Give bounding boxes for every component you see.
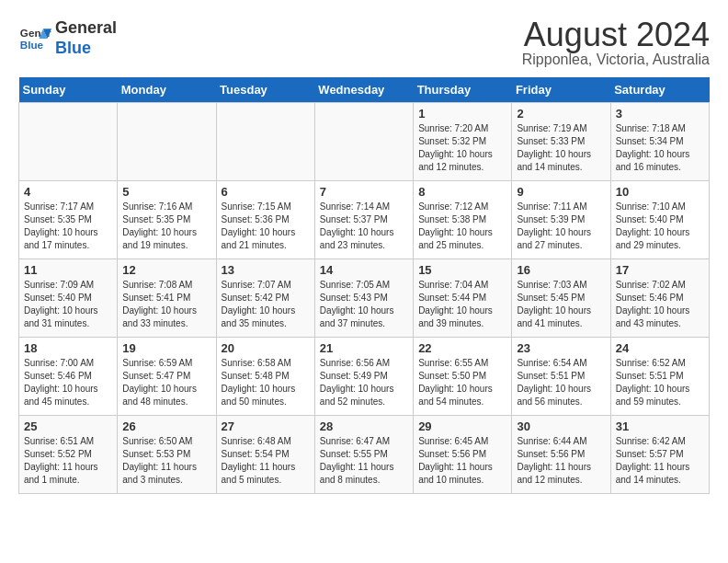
- day-number: 16: [517, 263, 605, 277]
- day-number: 31: [616, 419, 704, 433]
- day-number: 2: [517, 107, 605, 121]
- calendar-cell: 12Sunrise: 7:08 AM Sunset: 5:41 PM Dayli…: [118, 259, 216, 338]
- calendar-cell: 15Sunrise: 7:04 AM Sunset: 5:44 PM Dayli…: [414, 259, 512, 338]
- day-info: Sunrise: 7:09 AM Sunset: 5:40 PM Dayligh…: [24, 279, 112, 330]
- day-info: Sunrise: 7:08 AM Sunset: 5:41 PM Dayligh…: [122, 279, 210, 330]
- header-friday: Friday: [512, 77, 610, 103]
- day-number: 21: [320, 341, 408, 355]
- calendar-week-4: 18Sunrise: 7:00 AM Sunset: 5:46 PM Dayli…: [19, 338, 710, 416]
- day-info: Sunrise: 7:04 AM Sunset: 5:44 PM Dayligh…: [418, 279, 506, 330]
- calendar-cell: 10Sunrise: 7:10 AM Sunset: 5:40 PM Dayli…: [610, 181, 709, 259]
- day-info: Sunrise: 6:47 AM Sunset: 5:55 PM Dayligh…: [320, 435, 408, 487]
- calendar-cell: 1Sunrise: 7:20 AM Sunset: 5:32 PM Daylig…: [414, 103, 512, 181]
- day-number: 28: [320, 419, 408, 433]
- day-number: 26: [122, 419, 210, 433]
- day-number: 17: [616, 263, 704, 277]
- day-info: Sunrise: 7:02 AM Sunset: 5:46 PM Dayligh…: [616, 279, 704, 330]
- day-number: 27: [222, 419, 310, 433]
- svg-text:Blue: Blue: [20, 38, 44, 50]
- calendar-table: SundayMondayTuesdayWednesdayThursdayFrid…: [18, 77, 710, 494]
- title-area: August 2024 Ripponlea, Victoria, Austral…: [522, 18, 710, 68]
- calendar-cell: 26Sunrise: 6:50 AM Sunset: 5:53 PM Dayli…: [118, 416, 216, 494]
- day-info: Sunrise: 6:42 AM Sunset: 5:57 PM Dayligh…: [616, 435, 704, 487]
- day-info: Sunrise: 7:05 AM Sunset: 5:43 PM Dayligh…: [320, 279, 408, 330]
- day-info: Sunrise: 7:10 AM Sunset: 5:40 PM Dayligh…: [616, 201, 704, 252]
- calendar-cell: 25Sunrise: 6:51 AM Sunset: 5:52 PM Dayli…: [19, 416, 118, 494]
- day-info: Sunrise: 6:48 AM Sunset: 5:54 PM Dayligh…: [222, 435, 310, 487]
- calendar-cell: 11Sunrise: 7:09 AM Sunset: 5:40 PM Dayli…: [19, 259, 118, 338]
- day-info: Sunrise: 7:16 AM Sunset: 5:35 PM Dayligh…: [122, 201, 210, 252]
- day-info: Sunrise: 6:58 AM Sunset: 5:48 PM Dayligh…: [222, 357, 310, 408]
- page-subtitle: Ripponlea, Victoria, Australia: [522, 52, 710, 68]
- day-number: 23: [517, 341, 605, 355]
- day-number: 4: [24, 185, 112, 199]
- day-number: 1: [418, 107, 506, 121]
- day-info: Sunrise: 6:59 AM Sunset: 5:47 PM Dayligh…: [122, 357, 210, 408]
- calendar-cell: 5Sunrise: 7:16 AM Sunset: 5:35 PM Daylig…: [118, 181, 216, 259]
- day-number: 29: [418, 419, 506, 433]
- calendar-cell: 27Sunrise: 6:48 AM Sunset: 5:54 PM Dayli…: [216, 416, 314, 494]
- calendar-cell: 8Sunrise: 7:12 AM Sunset: 5:38 PM Daylig…: [414, 181, 512, 259]
- day-number: 30: [517, 419, 605, 433]
- header-wednesday: Wednesday: [314, 77, 413, 103]
- header-saturday: Saturday: [610, 77, 709, 103]
- day-info: Sunrise: 7:12 AM Sunset: 5:38 PM Dayligh…: [418, 201, 506, 252]
- calendar-cell: 23Sunrise: 6:54 AM Sunset: 5:51 PM Dayli…: [512, 338, 610, 416]
- calendar-cell: [314, 103, 413, 181]
- calendar-cell: 13Sunrise: 7:07 AM Sunset: 5:42 PM Dayli…: [216, 259, 314, 338]
- calendar-week-2: 4Sunrise: 7:17 AM Sunset: 5:35 PM Daylig…: [19, 181, 710, 259]
- day-info: Sunrise: 7:17 AM Sunset: 5:35 PM Dayligh…: [24, 201, 112, 252]
- calendar-cell: 28Sunrise: 6:47 AM Sunset: 5:55 PM Dayli…: [314, 416, 413, 494]
- day-number: 25: [24, 419, 112, 433]
- calendar-cell: 2Sunrise: 7:19 AM Sunset: 5:33 PM Daylig…: [512, 103, 610, 181]
- day-number: 8: [418, 185, 506, 199]
- day-info: Sunrise: 7:00 AM Sunset: 5:46 PM Dayligh…: [24, 357, 112, 408]
- logo-line2: Blue: [55, 39, 117, 59]
- day-info: Sunrise: 7:14 AM Sunset: 5:37 PM Dayligh…: [320, 201, 408, 252]
- day-number: 7: [320, 185, 408, 199]
- calendar-cell: 6Sunrise: 7:15 AM Sunset: 5:36 PM Daylig…: [216, 181, 314, 259]
- logo-icon: General Blue: [18, 22, 51, 55]
- day-info: Sunrise: 6:54 AM Sunset: 5:51 PM Dayligh…: [517, 357, 605, 408]
- logo-line1: General: [55, 18, 117, 39]
- calendar-cell: 29Sunrise: 6:45 AM Sunset: 5:56 PM Dayli…: [414, 416, 512, 494]
- calendar-cell: 31Sunrise: 6:42 AM Sunset: 5:57 PM Dayli…: [610, 416, 709, 494]
- day-number: 13: [222, 263, 310, 277]
- calendar-cell: [118, 103, 216, 181]
- day-info: Sunrise: 7:15 AM Sunset: 5:36 PM Dayligh…: [222, 201, 310, 252]
- calendar-cell: 4Sunrise: 7:17 AM Sunset: 5:35 PM Daylig…: [19, 181, 118, 259]
- calendar-cell: 3Sunrise: 7:18 AM Sunset: 5:34 PM Daylig…: [610, 103, 709, 181]
- calendar-week-5: 25Sunrise: 6:51 AM Sunset: 5:52 PM Dayli…: [19, 416, 710, 494]
- day-info: Sunrise: 7:20 AM Sunset: 5:32 PM Dayligh…: [418, 122, 506, 174]
- day-number: 10: [616, 185, 704, 199]
- day-number: 18: [24, 341, 112, 355]
- day-info: Sunrise: 7:11 AM Sunset: 5:39 PM Dayligh…: [517, 201, 605, 252]
- day-number: 15: [418, 263, 506, 277]
- calendar-cell: 24Sunrise: 6:52 AM Sunset: 5:51 PM Dayli…: [610, 338, 709, 416]
- day-info: Sunrise: 7:07 AM Sunset: 5:42 PM Dayligh…: [222, 279, 310, 330]
- day-info: Sunrise: 6:50 AM Sunset: 5:53 PM Dayligh…: [122, 435, 210, 487]
- day-number: 24: [616, 341, 704, 355]
- day-info: Sunrise: 6:44 AM Sunset: 5:56 PM Dayligh…: [517, 435, 605, 487]
- calendar-cell: 21Sunrise: 6:56 AM Sunset: 5:49 PM Dayli…: [314, 338, 413, 416]
- day-number: 20: [222, 341, 310, 355]
- header-tuesday: Tuesday: [216, 77, 314, 103]
- page-header: General Blue General Blue August 2024 Ri…: [18, 18, 710, 68]
- calendar-cell: 7Sunrise: 7:14 AM Sunset: 5:37 PM Daylig…: [314, 181, 413, 259]
- day-info: Sunrise: 7:19 AM Sunset: 5:33 PM Dayligh…: [517, 122, 605, 174]
- day-number: 19: [122, 341, 210, 355]
- header-thursday: Thursday: [414, 77, 512, 103]
- calendar-cell: 19Sunrise: 6:59 AM Sunset: 5:47 PM Dayli…: [118, 338, 216, 416]
- day-number: 14: [320, 263, 408, 277]
- calendar-cell: 9Sunrise: 7:11 AM Sunset: 5:39 PM Daylig…: [512, 181, 610, 259]
- logo: General Blue General Blue: [18, 18, 117, 58]
- day-info: Sunrise: 7:18 AM Sunset: 5:34 PM Dayligh…: [616, 122, 704, 174]
- day-info: Sunrise: 6:55 AM Sunset: 5:50 PM Dayligh…: [418, 357, 506, 408]
- day-info: Sunrise: 6:56 AM Sunset: 5:49 PM Dayligh…: [320, 357, 408, 408]
- calendar-cell: [19, 103, 118, 181]
- header-sunday: Sunday: [19, 77, 118, 103]
- day-number: 9: [517, 185, 605, 199]
- calendar-week-3: 11Sunrise: 7:09 AM Sunset: 5:40 PM Dayli…: [19, 259, 710, 338]
- calendar-cell: 18Sunrise: 7:00 AM Sunset: 5:46 PM Dayli…: [19, 338, 118, 416]
- page-title: August 2024: [522, 18, 710, 52]
